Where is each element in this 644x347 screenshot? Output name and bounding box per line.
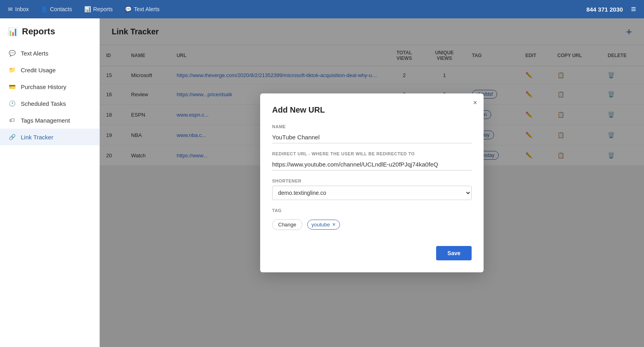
nav-item-reports-label: Reports: [93, 6, 113, 12]
url-field-group: REDIRECT URL - WHERE THE USER WILL BE RE…: [272, 151, 472, 171]
sidebar: 📊 Reports Text Alerts Credit Usage Purch…: [0, 18, 100, 347]
shortener-label: SHORTENER: [272, 178, 472, 183]
name-input[interactable]: [272, 131, 472, 143]
tag-icon: [8, 117, 16, 124]
shortener-select[interactable]: demo.textingline.co: [272, 186, 472, 200]
tag-label: TAG: [272, 208, 472, 213]
sidebar-item-text-alerts[interactable]: Text Alerts: [0, 45, 99, 61]
nav-items: ✉ Inbox 👤 Contacts 📊 Reports 💬 Text Aler…: [8, 6, 586, 12]
add-url-modal: × Add New URL NAME REDIRECT URL - WHERE …: [260, 93, 484, 272]
sidebar-item-link-tracker[interactable]: Link Tracker: [0, 129, 99, 145]
tag-chip: youtube ×: [307, 220, 340, 230]
sidebar-title: 📊 Reports: [0, 26, 99, 45]
top-nav: ✉ Inbox 👤 Contacts 📊 Reports 💬 Text Aler…: [0, 0, 644, 18]
reports-icon: 📊: [84, 6, 91, 12]
modal-close-button[interactable]: ×: [473, 99, 477, 106]
tag-controls: Change youtube ×: [272, 219, 472, 230]
nav-item-reports[interactable]: 📊 Reports: [84, 6, 113, 12]
nav-item-contacts[interactable]: 👤 Contacts: [41, 6, 72, 12]
clock-icon: [8, 100, 16, 107]
contacts-icon: 👤: [41, 6, 47, 12]
text-alerts-icon: 💬: [125, 6, 132, 12]
nav-item-inbox[interactable]: ✉ Inbox: [8, 6, 29, 12]
name-field-group: NAME: [272, 124, 472, 143]
sidebar-item-purchase-history[interactable]: Purchase History: [0, 78, 99, 95]
hamburger-menu-button[interactable]: ≡: [631, 5, 636, 14]
nav-item-inbox-label: Inbox: [15, 6, 29, 12]
folder-icon: [8, 66, 16, 73]
shortener-field-group: SHORTENER demo.textingline.co: [272, 178, 472, 200]
tag-section: TAG Change youtube ×: [272, 208, 472, 230]
modal-overlay[interactable]: × Add New URL NAME REDIRECT URL - WHERE …: [100, 18, 644, 347]
nav-item-text-alerts[interactable]: 💬 Text Alerts: [125, 6, 160, 12]
modal-footer: Save: [272, 246, 472, 260]
sidebar-title-icon: 📊: [8, 27, 18, 36]
nav-right: 844 371 2030 ≡: [586, 5, 636, 14]
sidebar-item-credit-usage[interactable]: Credit Usage: [0, 61, 99, 78]
chat-icon: [8, 50, 16, 57]
url-input[interactable]: [272, 159, 472, 171]
nav-item-text-alerts-label: Text Alerts: [134, 6, 160, 12]
tag-remove-button[interactable]: ×: [332, 222, 336, 227]
main-layout: 📊 Reports Text Alerts Credit Usage Purch…: [0, 18, 644, 347]
url-label: REDIRECT URL - WHERE THE USER WILL BE RE…: [272, 151, 472, 156]
modal-title: Add New URL: [272, 105, 472, 115]
tag-chip-label: youtube: [312, 222, 330, 228]
name-label: NAME: [272, 124, 472, 129]
save-button[interactable]: Save: [436, 246, 472, 260]
inbox-icon: ✉: [8, 6, 13, 12]
sidebar-item-tags-management[interactable]: Tags Management: [0, 112, 99, 129]
card-icon: [8, 83, 16, 90]
change-tag-button[interactable]: Change: [272, 219, 302, 230]
sidebar-item-scheduled-tasks[interactable]: Scheduled Tasks: [0, 95, 99, 112]
main-content: Link Tracker + ID NAME URL TOTALVIEWS UN…: [100, 18, 644, 347]
nav-item-contacts-label: Contacts: [50, 6, 72, 12]
link-icon: [8, 133, 16, 141]
phone-number: 844 371 2030: [586, 6, 623, 13]
